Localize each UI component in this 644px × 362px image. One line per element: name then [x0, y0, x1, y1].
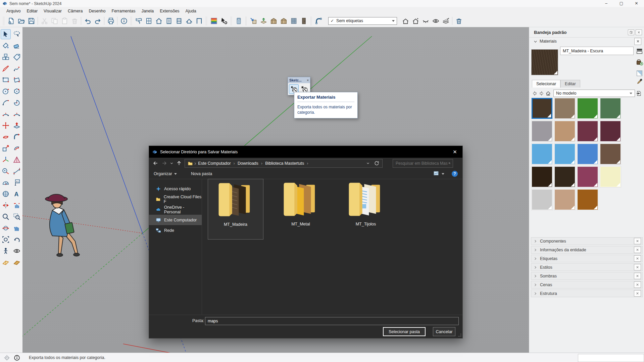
- material-swatch[interactable]: [554, 189, 575, 210]
- zoom-window-button[interactable]: [12, 212, 22, 222]
- material-swatch[interactable]: [554, 166, 575, 187]
- minimize-button[interactable]: –: [599, 0, 614, 7]
- cabinet-button[interactable]: [174, 16, 184, 26]
- pipe-button[interactable]: [313, 16, 324, 26]
- recent-locations-button[interactable]: [168, 159, 175, 168]
- color-picker-button[interactable]: [209, 16, 219, 26]
- breadcrumb-item[interactable]: Downloads›: [236, 161, 263, 166]
- up-button[interactable]: [175, 159, 183, 168]
- cancel-button[interactable]: Cancelar: [433, 327, 455, 336]
- material-swatch[interactable]: [577, 98, 598, 119]
- rotate-button[interactable]: [1, 132, 11, 142]
- material-swatch[interactable]: [532, 144, 552, 164]
- menu-item[interactable]: Editar: [23, 8, 41, 14]
- export-model-button[interactable]: [258, 16, 268, 26]
- collection-dropdown[interactable]: No modelo: [553, 90, 635, 97]
- cursor-gear-button[interactable]: [219, 16, 229, 26]
- calculator-button[interactable]: [234, 16, 244, 26]
- orbit-button[interactable]: [1, 223, 11, 233]
- tray-section-header[interactable]: Informações da entidade: [531, 246, 643, 254]
- swipe-button[interactable]: [12, 200, 22, 210]
- rotated-rectangle-button[interactable]: [12, 75, 22, 85]
- flip-button[interactable]: [1, 200, 11, 210]
- search-input[interactable]: [395, 161, 448, 166]
- cut-button[interactable]: [39, 16, 49, 26]
- search-box[interactable]: [393, 159, 453, 168]
- toolbar-grip[interactable]: [310, 16, 312, 25]
- forward-button[interactable]: [160, 159, 168, 168]
- save-button[interactable]: [26, 16, 36, 26]
- material-swatch[interactable]: [600, 166, 621, 187]
- line-button[interactable]: [1, 63, 11, 73]
- material-swatch[interactable]: [554, 98, 575, 119]
- folder-item[interactable]: MT_Tijolos: [338, 179, 394, 240]
- measurements-input[interactable]: [578, 354, 644, 362]
- nav-forward-icon[interactable]: [539, 91, 544, 96]
- eye-button[interactable]: [431, 16, 441, 26]
- polygon-button[interactable]: [12, 86, 22, 96]
- 3d-text-button[interactable]: A: [12, 189, 22, 199]
- address-dropdown-button[interactable]: [363, 159, 372, 168]
- delete-button[interactable]: [69, 16, 80, 26]
- tape-measure-button[interactable]: [1, 166, 11, 176]
- solid-triangle-button[interactable]: [12, 155, 22, 165]
- dialog-sidebar-item[interactable]: Acesso rápido: [149, 184, 202, 194]
- grip-icon[interactable]: [457, 332, 462, 337]
- textured-house-button[interactable]: [268, 16, 279, 26]
- nav-back-icon[interactable]: [532, 91, 538, 96]
- section-close-button[interactable]: [634, 255, 641, 262]
- import-model-button[interactable]: [248, 16, 258, 26]
- address-bar[interactable]: › Este Computador›Downloads›Biblioteca M…: [185, 159, 383, 168]
- tag-button[interactable]: [12, 52, 22, 62]
- mini-toolbar-titlebar[interactable]: Sketc... ×: [288, 77, 310, 83]
- wardrobe-button[interactable]: [164, 16, 174, 26]
- geolocation-icon[interactable]: [4, 355, 10, 361]
- select-folder-button[interactable]: Selecionar pasta: [383, 327, 426, 336]
- toolbar-grip[interactable]: [245, 16, 247, 25]
- home-small-icon[interactable]: [545, 91, 551, 96]
- menu-item[interactable]: Câmera: [65, 8, 86, 14]
- previous-view-button[interactable]: [12, 235, 22, 245]
- section-close-button[interactable]: [634, 281, 641, 288]
- rectangle-button[interactable]: [1, 75, 11, 85]
- toolbar-grip[interactable]: [230, 16, 232, 25]
- material-swatch[interactable]: [532, 98, 552, 119]
- home-button[interactable]: [400, 16, 410, 26]
- eraser-button[interactable]: [12, 41, 22, 51]
- shapes-button[interactable]: [1, 52, 11, 62]
- breadcrumb-item[interactable]: Biblioteca Mastertuts›: [263, 161, 309, 166]
- menu-item[interactable]: Extensões: [157, 8, 182, 14]
- tray-section-header[interactable]: Sombras: [531, 272, 643, 280]
- folder-item[interactable]: MT_Metal: [273, 179, 329, 240]
- window-button[interactable]: [144, 16, 154, 26]
- scale-button[interactable]: [1, 143, 11, 153]
- default-material-button[interactable]: [636, 70, 643, 78]
- dialog-sidebar-item[interactable]: Rede: [149, 225, 202, 236]
- materials-close-button[interactable]: [634, 38, 641, 45]
- toolbar-grip[interactable]: [205, 16, 207, 25]
- paint-roller-button[interactable]: [134, 16, 144, 26]
- tray-section-header[interactable]: Cenas: [531, 281, 643, 289]
- section-fill-button[interactable]: [12, 257, 22, 267]
- create-material-button[interactable]: [636, 59, 643, 67]
- file-list-area[interactable]: MT_MadeiraMT_MetalMT_Tijolos: [202, 179, 462, 315]
- redo-button[interactable]: [93, 16, 103, 26]
- menu-item[interactable]: Ferramentas: [109, 8, 139, 14]
- dialog-sidebar-item[interactable]: Creative Cloud Files F: [149, 194, 202, 204]
- menu-item[interactable]: Desenho: [86, 8, 108, 14]
- circle-button[interactable]: [1, 86, 11, 96]
- two-point-arc-button[interactable]: [1, 109, 11, 119]
- eyedropper-icon[interactable]: [637, 79, 643, 85]
- help-button[interactable]: ?: [452, 171, 458, 177]
- maximize-button[interactable]: ▢: [614, 0, 629, 7]
- select-button[interactable]: [1, 29, 11, 39]
- new-folder-button[interactable]: Nova pasta: [191, 171, 212, 176]
- section-close-button[interactable]: [634, 290, 641, 297]
- model-info-button[interactable]: [119, 16, 129, 26]
- split-pane-button[interactable]: [636, 48, 643, 56]
- material-swatch[interactable]: [554, 121, 575, 142]
- home-add-button[interactable]: [410, 16, 420, 26]
- offset-button[interactable]: [12, 143, 22, 153]
- sphere-axes-button[interactable]: [1, 189, 11, 199]
- eye-closed-button[interactable]: [420, 16, 431, 26]
